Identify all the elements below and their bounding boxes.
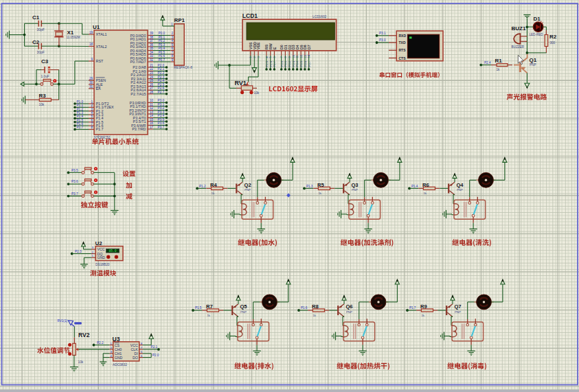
svg-text:P0.7: P0.7 [308, 60, 311, 67]
svg-text:17: 17 [150, 126, 154, 129]
svg-text:R3: R3 [39, 93, 47, 99]
svg-text:38: 38 [150, 36, 154, 39]
svg-text:R4: R4 [210, 182, 217, 188]
svg-text:P3.7/RD: P3.7/RD [132, 127, 146, 131]
svg-text:P3.5: P3.5 [71, 169, 78, 172]
svg-text:P2.0: P2.0 [152, 354, 159, 357]
svg-text:P0.7: P0.7 [159, 58, 166, 62]
svg-text:GND: GND [98, 255, 106, 260]
svg-text:PNP: PNP [352, 188, 358, 192]
svg-text:P2.1: P2.1 [158, 67, 165, 71]
svg-text:D7: D7 [307, 45, 311, 49]
svg-text:8: 8 [91, 126, 93, 129]
svg-text:PNP: PNP [240, 310, 247, 314]
svg-text:P3.1: P3.1 [379, 32, 386, 35]
svg-text:R8: R8 [312, 303, 319, 310]
svg-text:P1.0: P1.0 [77, 100, 84, 104]
svg-text:P0.1: P0.1 [159, 36, 166, 39]
svg-text:P3.5: P3.5 [158, 118, 165, 122]
svg-text:P1.7: P1.7 [77, 126, 84, 129]
svg-text:16: 16 [150, 122, 154, 125]
svg-text:P3.0: P3.0 [158, 99, 165, 102]
svg-text:13: 13 [150, 111, 154, 114]
svg-text:10k: 10k [254, 91, 260, 95]
svg-text:R1: R1 [495, 58, 503, 64]
svg-text:10k: 10k [78, 360, 84, 364]
svg-text:1k: 1k [497, 68, 501, 71]
svg-text:P0.6: P0.6 [159, 54, 166, 58]
svg-text:BUZ1: BUZ1 [512, 25, 526, 32]
svg-text:P1.5: P1.5 [195, 306, 202, 310]
svg-text:LED-RED: LED-RED [530, 33, 544, 36]
svg-text:RV1(1): RV1(1) [58, 319, 68, 323]
svg-text:P2.5: P2.5 [158, 83, 165, 87]
svg-text:P0.6: P0.6 [304, 60, 307, 67]
svg-text:P2.4: P2.4 [158, 79, 165, 82]
svg-text:VEE: VEE [256, 42, 260, 49]
svg-text:33: 33 [150, 54, 154, 58]
svg-text:35: 35 [150, 47, 154, 50]
svg-text:24: 24 [150, 76, 154, 79]
svg-text:R9: R9 [420, 303, 427, 310]
svg-text:Q7: Q7 [454, 303, 461, 310]
svg-text:PNP: PNP [455, 310, 461, 314]
svg-text:RST: RST [96, 59, 104, 63]
svg-text:P3.6: P3.6 [71, 180, 78, 183]
svg-text:D1: D1 [534, 16, 541, 22]
svg-text:P1.5: P1.5 [77, 119, 84, 122]
svg-text:28: 28 [150, 91, 154, 94]
svg-text:XTAL1: XTAL1 [96, 32, 107, 36]
svg-text:1k: 1k [313, 314, 316, 317]
svg-text:1: 1 [171, 23, 173, 26]
svg-text:7: 7 [171, 51, 173, 54]
svg-text:P1.3: P1.3 [306, 185, 313, 188]
svg-text:P2.5: P2.5 [265, 60, 269, 67]
svg-text:DO: DO [133, 356, 138, 360]
svg-text:P2.0: P2.0 [158, 64, 165, 67]
svg-text:P0.3: P0.3 [292, 60, 295, 67]
svg-text:19: 19 [89, 31, 93, 34]
svg-text:RP1: RP1 [174, 17, 185, 23]
svg-text:E: E [273, 47, 277, 49]
svg-text:P0.4: P0.4 [159, 47, 166, 50]
svg-text:P3.3: P3.3 [158, 111, 165, 114]
svg-text:11.0592M: 11.0592M [67, 36, 80, 39]
svg-text:1k: 1k [421, 314, 424, 317]
svg-text:37: 37 [150, 39, 154, 43]
svg-text:30pF: 30pF [37, 50, 45, 54]
svg-text:10: 10 [150, 99, 154, 102]
svg-text:P0.5: P0.5 [299, 60, 303, 67]
svg-text:U2: U2 [95, 240, 103, 246]
svg-text:PNP: PNP [457, 188, 463, 192]
svg-text:RESPACK-8: RESPACK-8 [174, 66, 192, 69]
svg-text:P1.4: P1.4 [411, 185, 418, 188]
svg-text:P2.6: P2.6 [269, 60, 273, 67]
svg-text:300: 300 [550, 41, 556, 45]
svg-text:8: 8 [171, 54, 173, 58]
svg-text:R6: R6 [422, 182, 429, 188]
svg-text:32: 32 [150, 58, 154, 62]
svg-text:14: 14 [150, 114, 154, 117]
svg-text:R5: R5 [317, 182, 324, 188]
svg-text:P3.7: P3.7 [158, 126, 165, 129]
svg-text:P2.2: P2.2 [97, 341, 104, 345]
svg-text:12: 12 [150, 106, 154, 110]
svg-text:22: 22 [150, 67, 154, 71]
svg-text:P1.6: P1.6 [301, 306, 308, 310]
svg-text:9: 9 [171, 58, 173, 62]
svg-text:1: 1 [91, 100, 93, 104]
svg-text:P2.3: P2.3 [158, 76, 165, 79]
svg-text:P1.7: P1.7 [96, 127, 104, 131]
svg-text:Q5: Q5 [240, 303, 247, 310]
svg-text:P0.0: P0.0 [159, 32, 166, 35]
svg-text:C3: C3 [41, 58, 49, 65]
svg-text:Q4: Q4 [456, 182, 464, 188]
svg-text:5: 5 [171, 43, 173, 47]
svg-text:18: 18 [89, 43, 93, 46]
svg-text:3: 3 [91, 108, 93, 111]
svg-text:LCD1602: LCD1602 [313, 15, 327, 19]
svg-text:P0.4: P0.4 [295, 60, 299, 67]
svg-text:U1: U1 [93, 24, 100, 30]
svg-text:P2.7: P2.7 [158, 91, 165, 94]
svg-text:P2.6: P2.6 [158, 87, 165, 90]
